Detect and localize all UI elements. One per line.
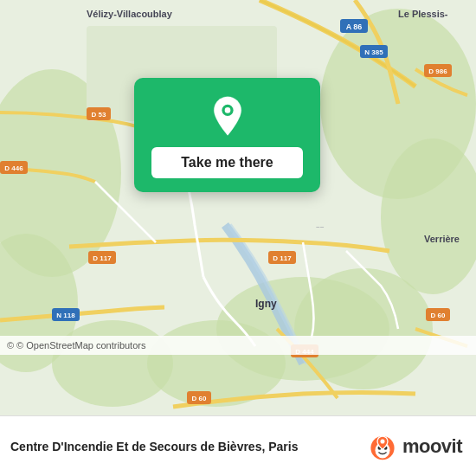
svg-text:D 117: D 117 <box>93 254 112 262</box>
svg-text:D 53: D 53 <box>92 111 106 119</box>
attribution-bar: © © OpenStreetMap contributors <box>0 336 476 355</box>
svg-text:Igny: Igny <box>255 298 277 310</box>
take-me-there-button[interactable]: Take me there <box>151 147 303 178</box>
svg-text:D 60: D 60 <box>192 395 207 402</box>
bottom-bar: Centre D'Incendie Et de Secours de Bièvr… <box>0 415 476 476</box>
svg-point-7 <box>147 320 286 407</box>
moovit-icon <box>368 432 397 461</box>
svg-text:D 986: D 986 <box>428 68 447 75</box>
svg-text:D 60: D 60 <box>431 312 446 319</box>
attribution-text: © OpenStreetMap contributors <box>16 340 145 351</box>
svg-text:D 446: D 446 <box>4 164 23 172</box>
action-card: Take me there <box>134 78 320 192</box>
svg-point-45 <box>380 439 384 443</box>
svg-point-40 <box>224 107 230 113</box>
moovit-logo: moovit <box>368 432 462 461</box>
location-pin-icon <box>207 95 248 137</box>
svg-text:N 118: N 118 <box>56 312 75 319</box>
copyright-symbol: © <box>7 340 14 351</box>
svg-text:D 117: D 117 <box>273 254 292 262</box>
svg-text:Vélizy-Villacoublay: Vélizy-Villacoublay <box>87 9 173 19</box>
svg-text:N 385: N 385 <box>364 48 383 56</box>
svg-text:Le Plessis-: Le Plessis- <box>398 9 448 19</box>
svg-text:A 86: A 86 <box>346 23 363 31</box>
moovit-label: moovit <box>402 435 462 458</box>
svg-text:Verrière: Verrière <box>424 234 460 244</box>
map-container: A 86 N 385 D 986 D 53 D 446 D 117 D 117 … <box>0 0 476 415</box>
location-name: Centre D'Incendie Et de Secours de Bièvr… <box>10 440 368 453</box>
svg-text:~~: ~~ <box>316 223 325 231</box>
